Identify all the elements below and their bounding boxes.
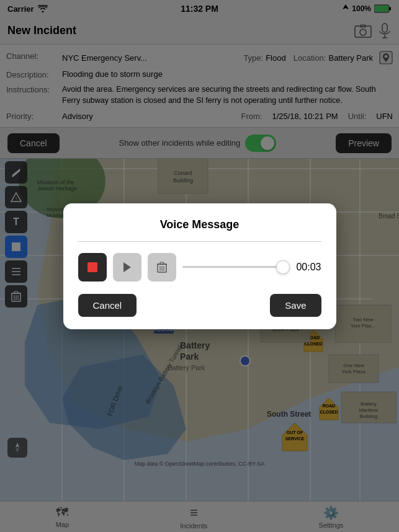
modal-cancel-button[interactable]: Cancel	[78, 294, 137, 317]
progress-track[interactable]	[182, 266, 287, 268]
record-stop-button[interactable]	[78, 253, 107, 282]
modal-box: Voice Message	[63, 203, 336, 329]
trash-icon	[157, 262, 167, 273]
svg-marker-90	[123, 262, 131, 272]
modal-save-button[interactable]: Save	[270, 294, 321, 317]
modal-divider	[78, 241, 321, 242]
modal-actions: Cancel Save	[78, 294, 321, 317]
modal-title: Voice Message	[78, 218, 321, 231]
progress-thumb[interactable]	[276, 260, 290, 274]
time-display: 00:03	[294, 262, 321, 273]
delete-recording-button[interactable]	[148, 253, 176, 282]
svg-rect-93	[160, 262, 164, 264]
modal-overlay: Voice Message	[0, 0, 399, 532]
modal-controls: 00:03	[78, 253, 321, 282]
stop-icon	[87, 262, 97, 272]
play-button[interactable]	[113, 253, 141, 282]
play-icon	[122, 262, 132, 273]
progress-area: 00:03	[182, 262, 321, 273]
